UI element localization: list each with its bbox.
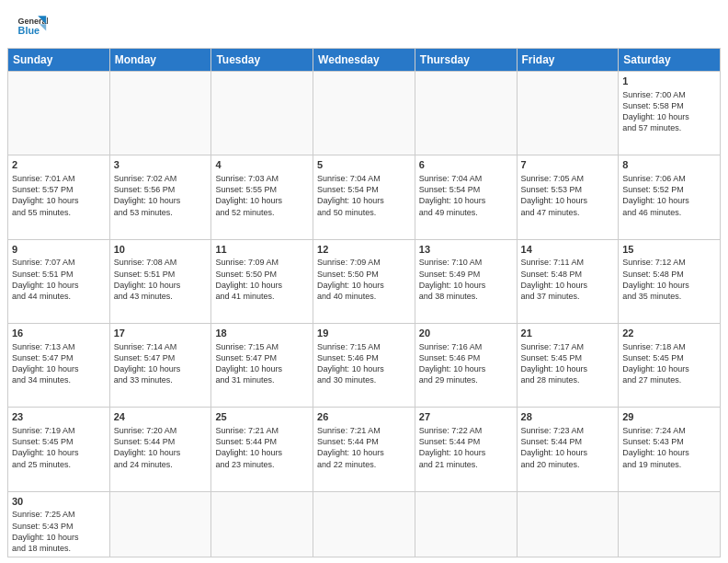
calendar-cell <box>313 491 415 557</box>
calendar-cell <box>619 491 721 557</box>
day-number: 7 <box>521 158 615 172</box>
day-info: Sunrise: 7:22 AM Sunset: 5:44 PM Dayligh… <box>419 425 513 470</box>
day-number: 25 <box>215 410 309 424</box>
calendar-cell: 11Sunrise: 7:09 AM Sunset: 5:50 PM Dayli… <box>211 239 313 323</box>
day-number: 22 <box>622 327 716 340</box>
calendar-thead: SundayMondayTuesdayWednesdayThursdayFrid… <box>8 49 721 72</box>
day-number: 1 <box>622 75 716 88</box>
calendar-week-row: 16Sunrise: 7:13 AM Sunset: 5:47 PM Dayli… <box>8 323 721 407</box>
day-info: Sunrise: 7:02 AM Sunset: 5:56 PM Dayligh… <box>114 173 208 218</box>
day-number: 11 <box>215 243 309 257</box>
weekday-header-row: SundayMondayTuesdayWednesdayThursdayFrid… <box>8 49 721 72</box>
weekday-header-tuesday: Tuesday <box>211 49 313 72</box>
calendar-cell: 7Sunrise: 7:05 AM Sunset: 5:53 PM Daylig… <box>517 155 619 239</box>
calendar-page: General Blue SundayMondayTuesdayWednesda… <box>0 0 728 563</box>
day-info: Sunrise: 7:25 AM Sunset: 5:43 PM Dayligh… <box>12 509 106 554</box>
day-info: Sunrise: 7:21 AM Sunset: 5:44 PM Dayligh… <box>215 425 309 470</box>
day-number: 19 <box>317 327 411 340</box>
day-info: Sunrise: 7:01 AM Sunset: 5:57 PM Dayligh… <box>12 173 106 218</box>
calendar-cell <box>211 72 313 155</box>
day-info: Sunrise: 7:07 AM Sunset: 5:51 PM Dayligh… <box>12 257 106 302</box>
calendar-cell: 2Sunrise: 7:01 AM Sunset: 5:57 PM Daylig… <box>8 155 110 239</box>
calendar-week-row: 23Sunrise: 7:19 AM Sunset: 5:45 PM Dayli… <box>8 408 721 491</box>
day-info: Sunrise: 7:21 AM Sunset: 5:44 PM Dayligh… <box>317 425 411 470</box>
day-number: 27 <box>419 410 513 424</box>
day-number: 12 <box>317 243 411 257</box>
day-info: Sunrise: 7:16 AM Sunset: 5:46 PM Dayligh… <box>419 341 513 386</box>
day-info: Sunrise: 7:03 AM Sunset: 5:55 PM Dayligh… <box>215 173 309 218</box>
day-info: Sunrise: 7:05 AM Sunset: 5:53 PM Dayligh… <box>521 173 615 218</box>
header: General Blue <box>0 0 728 48</box>
day-number: 4 <box>215 158 309 172</box>
day-number: 20 <box>419 327 513 340</box>
calendar-week-row: 9Sunrise: 7:07 AM Sunset: 5:51 PM Daylig… <box>8 239 721 323</box>
day-info: Sunrise: 7:09 AM Sunset: 5:50 PM Dayligh… <box>317 257 411 302</box>
calendar-cell <box>109 72 211 155</box>
calendar-cell: 5Sunrise: 7:04 AM Sunset: 5:54 PM Daylig… <box>313 155 415 239</box>
calendar-cell: 15Sunrise: 7:12 AM Sunset: 5:48 PM Dayli… <box>619 239 721 323</box>
calendar-cell: 24Sunrise: 7:20 AM Sunset: 5:44 PM Dayli… <box>109 408 211 491</box>
calendar-cell: 23Sunrise: 7:19 AM Sunset: 5:45 PM Dayli… <box>8 408 110 491</box>
calendar-cell: 14Sunrise: 7:11 AM Sunset: 5:48 PM Dayli… <box>517 239 619 323</box>
calendar-cell <box>415 491 517 557</box>
calendar-cell: 4Sunrise: 7:03 AM Sunset: 5:55 PM Daylig… <box>211 155 313 239</box>
calendar-week-row: 2Sunrise: 7:01 AM Sunset: 5:57 PM Daylig… <box>8 155 721 239</box>
day-number: 23 <box>12 410 106 424</box>
weekday-header-sunday: Sunday <box>8 49 110 72</box>
day-number: 10 <box>114 243 208 257</box>
calendar-cell: 28Sunrise: 7:23 AM Sunset: 5:44 PM Dayli… <box>517 408 619 491</box>
calendar-cell: 8Sunrise: 7:06 AM Sunset: 5:52 PM Daylig… <box>619 155 721 239</box>
day-number: 28 <box>521 410 615 424</box>
day-number: 6 <box>419 158 513 172</box>
calendar-cell: 1Sunrise: 7:00 AM Sunset: 5:58 PM Daylig… <box>619 72 721 155</box>
calendar-cell: 29Sunrise: 7:24 AM Sunset: 5:43 PM Dayli… <box>619 408 721 491</box>
weekday-header-saturday: Saturday <box>619 49 721 72</box>
calendar-table: SundayMondayTuesdayWednesdayThursdayFrid… <box>7 48 721 557</box>
calendar-tbody: 1Sunrise: 7:00 AM Sunset: 5:58 PM Daylig… <box>8 72 721 557</box>
calendar-cell: 27Sunrise: 7:22 AM Sunset: 5:44 PM Dayli… <box>415 408 517 491</box>
calendar-cell <box>109 491 211 557</box>
calendar-cell <box>8 72 110 155</box>
day-info: Sunrise: 7:10 AM Sunset: 5:49 PM Dayligh… <box>419 257 513 302</box>
calendar-cell: 9Sunrise: 7:07 AM Sunset: 5:51 PM Daylig… <box>8 239 110 323</box>
day-number: 8 <box>622 158 716 172</box>
day-number: 3 <box>114 158 208 172</box>
calendar-cell: 19Sunrise: 7:15 AM Sunset: 5:46 PM Dayli… <box>313 323 415 407</box>
weekday-header-wednesday: Wednesday <box>313 49 415 72</box>
calendar-cell: 17Sunrise: 7:14 AM Sunset: 5:47 PM Dayli… <box>109 323 211 407</box>
calendar-cell <box>517 72 619 155</box>
day-info: Sunrise: 7:11 AM Sunset: 5:48 PM Dayligh… <box>521 257 615 302</box>
calendar-week-row: 30Sunrise: 7:25 AM Sunset: 5:43 PM Dayli… <box>8 491 721 557</box>
calendar-cell: 25Sunrise: 7:21 AM Sunset: 5:44 PM Dayli… <box>211 408 313 491</box>
day-info: Sunrise: 7:04 AM Sunset: 5:54 PM Dayligh… <box>419 173 513 218</box>
logo: General Blue <box>15 9 53 42</box>
day-number: 24 <box>114 410 208 424</box>
day-info: Sunrise: 7:13 AM Sunset: 5:47 PM Dayligh… <box>12 341 106 386</box>
logo-icon: General Blue <box>15 9 48 42</box>
weekday-header-friday: Friday <box>517 49 619 72</box>
day-info: Sunrise: 7:06 AM Sunset: 5:52 PM Dayligh… <box>622 173 716 218</box>
day-info: Sunrise: 7:17 AM Sunset: 5:45 PM Dayligh… <box>521 341 615 386</box>
weekday-header-thursday: Thursday <box>415 49 517 72</box>
day-number: 9 <box>12 243 106 257</box>
day-number: 18 <box>215 327 309 340</box>
day-number: 14 <box>521 243 615 257</box>
day-info: Sunrise: 7:08 AM Sunset: 5:51 PM Dayligh… <box>114 257 208 302</box>
calendar-cell: 10Sunrise: 7:08 AM Sunset: 5:51 PM Dayli… <box>109 239 211 323</box>
day-info: Sunrise: 7:20 AM Sunset: 5:44 PM Dayligh… <box>114 425 208 470</box>
day-info: Sunrise: 7:19 AM Sunset: 5:45 PM Dayligh… <box>12 425 106 470</box>
calendar-cell: 13Sunrise: 7:10 AM Sunset: 5:49 PM Dayli… <box>415 239 517 323</box>
day-info: Sunrise: 7:15 AM Sunset: 5:47 PM Dayligh… <box>215 341 309 386</box>
calendar-cell: 20Sunrise: 7:16 AM Sunset: 5:46 PM Dayli… <box>415 323 517 407</box>
day-number: 26 <box>317 410 411 424</box>
day-info: Sunrise: 7:14 AM Sunset: 5:47 PM Dayligh… <box>114 341 208 386</box>
calendar-week-row: 1Sunrise: 7:00 AM Sunset: 5:58 PM Daylig… <box>8 72 721 155</box>
day-number: 17 <box>114 327 208 340</box>
calendar-cell: 22Sunrise: 7:18 AM Sunset: 5:45 PM Dayli… <box>619 323 721 407</box>
weekday-header-monday: Monday <box>109 49 211 72</box>
day-info: Sunrise: 7:24 AM Sunset: 5:43 PM Dayligh… <box>622 425 716 470</box>
day-number: 15 <box>622 243 716 257</box>
day-number: 2 <box>12 158 106 172</box>
calendar-cell: 18Sunrise: 7:15 AM Sunset: 5:47 PM Dayli… <box>211 323 313 407</box>
calendar-cell <box>517 491 619 557</box>
